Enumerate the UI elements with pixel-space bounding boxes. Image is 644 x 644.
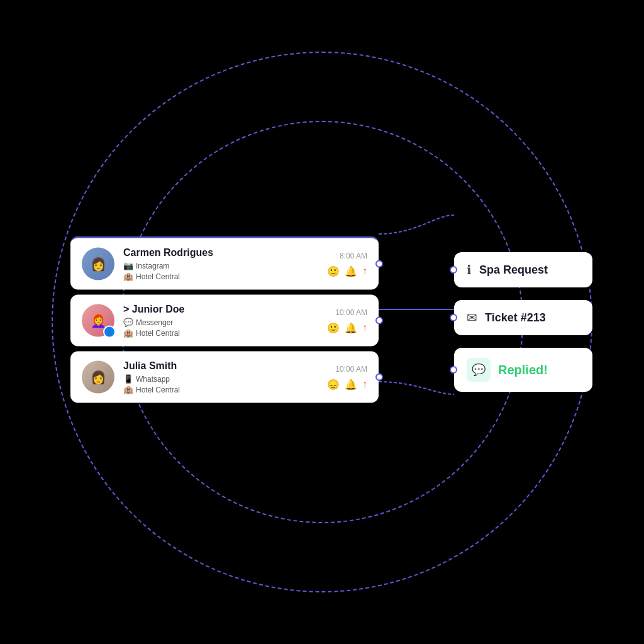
avatar-wrapper-carmen: 👩 bbox=[82, 248, 114, 280]
card-info-julia: Julia Smith 📱 Whatsapp 🏨 Hotel Central bbox=[123, 360, 318, 394]
carmen-hotel: 🏨 Hotel Central bbox=[123, 272, 318, 281]
messenger-icon: 💬 bbox=[123, 318, 133, 327]
junior-hotel: 🏨 Hotel Central bbox=[123, 328, 318, 338]
hotel-icon-junior: 🏨 bbox=[123, 328, 133, 338]
junior-actions: 🙂 🔔 ↑ bbox=[327, 321, 367, 333]
panel-connector-ticket bbox=[450, 314, 457, 321]
card-info-carmen: Carmen Rodrigues 📷 Instagram 🏨 Hotel Cen… bbox=[123, 247, 318, 281]
smiley-icon-carmen[interactable]: 🙂 bbox=[327, 265, 340, 277]
bell-icon-julia[interactable]: 🔔 bbox=[345, 378, 357, 390]
panel-spa[interactable]: ℹ Spa Request bbox=[454, 252, 592, 287]
avatar-carmen: 👩 bbox=[82, 248, 114, 280]
junior-time: 10:00 AM bbox=[335, 308, 367, 316]
card-junior[interactable]: 👩‍🦰 👤 > Junior Doe 💬 Messenger 🏨 Hotel C… bbox=[70, 295, 379, 347]
smiley-icon-junior[interactable]: 🙂 bbox=[327, 321, 340, 333]
mail-icon-ticket: ✉ bbox=[467, 310, 477, 325]
card-right-carmen: 8:00 AM 🙂 🔔 ↑ bbox=[327, 251, 367, 277]
panel-replied[interactable]: 💬 Replied! bbox=[454, 348, 592, 392]
panel-connector-replied bbox=[450, 366, 457, 374]
card-right-julia: 10:00 AM 😞 🔔 ↑ bbox=[327, 364, 367, 390]
julia-hotel: 🏨 Hotel Central bbox=[123, 385, 318, 394]
avatar-wrapper-junior: 👩‍🦰 👤 bbox=[82, 304, 114, 337]
hotel-icon-carmen: 🏨 bbox=[123, 272, 133, 281]
julia-channel: 📱 Whatsapp bbox=[123, 374, 318, 384]
smiley-icon-julia[interactable]: 😞 bbox=[327, 378, 340, 390]
card-info-junior: > Junior Doe 💬 Messenger 🏨 Hotel Central bbox=[123, 304, 318, 338]
card-carmen[interactable]: 👩 Carmen Rodrigues 📷 Instagram 🏨 Hotel C… bbox=[70, 236, 379, 290]
avatar-julia: 👩 bbox=[82, 361, 114, 394]
panels-container: ℹ Spa Request ✉ Ticket #213 💬 Replied! bbox=[454, 252, 592, 392]
junior-channel: 💬 Messenger bbox=[123, 318, 318, 327]
julia-time: 10:00 AM bbox=[335, 364, 367, 373]
carmen-channel: 📷 Instagram bbox=[123, 261, 318, 270]
hotel-icon-julia: 🏨 bbox=[123, 385, 133, 394]
julia-name: Julia Smith bbox=[123, 360, 318, 372]
carmen-actions: 🙂 🔔 ↑ bbox=[327, 265, 367, 277]
connector-dot-carmen bbox=[375, 260, 383, 268]
cards-container: 👩 Carmen Rodrigues 📷 Instagram 🏨 Hotel C… bbox=[70, 236, 379, 408]
card-right-junior: 10:00 AM 🙂 🔔 ↑ bbox=[327, 308, 367, 333]
info-icon-spa: ℹ bbox=[467, 262, 472, 277]
avatar-wrapper-julia: 👩 bbox=[82, 361, 114, 394]
panel-ticket[interactable]: ✉ Ticket #213 bbox=[454, 300, 592, 335]
bell-icon-carmen[interactable]: 🔔 bbox=[345, 265, 357, 277]
panel-connector-spa bbox=[450, 266, 457, 274]
junior-name: > Junior Doe bbox=[123, 304, 318, 315]
arrow-up-icon-julia[interactable]: ↑ bbox=[362, 379, 367, 390]
instagram-icon: 📷 bbox=[123, 261, 133, 270]
bell-icon-junior[interactable]: 🔔 bbox=[345, 321, 357, 333]
carmen-time: 8:00 AM bbox=[340, 251, 367, 260]
carmen-name: Carmen Rodrigues bbox=[123, 247, 318, 258]
replied-text: Replied! bbox=[498, 363, 548, 377]
ticket-text: Ticket #213 bbox=[485, 311, 546, 325]
connector-dot-julia bbox=[375, 374, 383, 381]
junior-badge: 👤 bbox=[103, 326, 116, 338]
julia-actions: 😞 🔔 ↑ bbox=[327, 378, 367, 390]
spa-text: Spa Request bbox=[479, 264, 548, 277]
card-julia[interactable]: 👩 Julia Smith 📱 Whatsapp 🏨 Hotel Central… bbox=[70, 352, 379, 403]
replied-icon: 💬 bbox=[467, 358, 491, 382]
arrow-up-icon-carmen[interactable]: ↑ bbox=[362, 265, 367, 277]
arrow-up-icon-junior[interactable]: ↑ bbox=[362, 322, 367, 333]
connector-dot-junior bbox=[375, 317, 383, 325]
whatsapp-icon: 📱 bbox=[123, 374, 133, 384]
